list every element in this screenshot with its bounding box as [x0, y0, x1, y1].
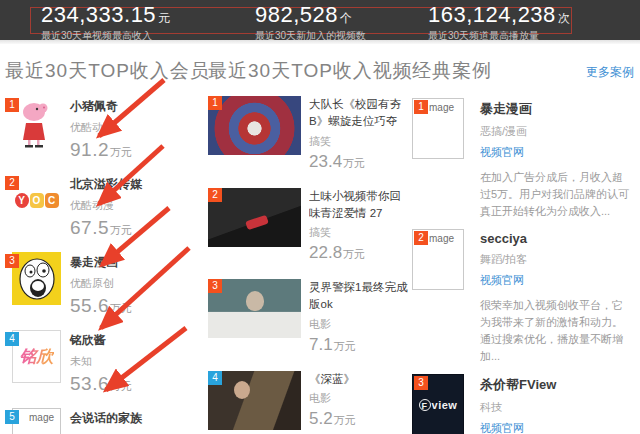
- rage-comic-avatar[interactable]: [12, 252, 61, 305]
- video-thumbnail[interactable]: 1: [208, 96, 301, 155]
- cases-header: 经典案例 更多案例: [412, 58, 634, 84]
- broken-image-avatar[interactable]: mage: [12, 408, 61, 434]
- member-row[interactable]: 1 小猪佩奇 优酷动漫 91.2万元: [5, 96, 205, 161]
- case-website-link[interactable]: 视频官网: [480, 145, 630, 160]
- member-info: 暴走漫画 优酷原创 55.6万元: [70, 252, 132, 317]
- rank-badge: 2: [414, 231, 428, 245]
- earnings-number: 22.8: [309, 243, 342, 262]
- earnings-number: 91.2: [70, 139, 109, 160]
- member-row[interactable]: 4 铭欣 铭欣酱 未知 53.6万元: [5, 330, 205, 395]
- video-title[interactable]: 灵界警探1最终完成版ok: [309, 279, 408, 312]
- more-cases-link[interactable]: 更多案例: [586, 64, 634, 81]
- case-row[interactable]: 3 Fview 杀价帮FView 科技 视频官网 第一次加入粉丝赞助时还在内测，…: [412, 374, 634, 434]
- mingxin-logo-avatar[interactable]: 铭欣: [12, 330, 61, 383]
- logo-letter: O: [30, 193, 44, 208]
- case-description: 在加入广告分成后，月收入超过5万。用户对我们品牌的认可真正开始转化为分成收入..…: [480, 169, 630, 220]
- rank-badge: 3: [414, 376, 428, 390]
- video-row[interactable]: 3 灵界警探1最终完成版ok 电影 7.1万元: [208, 279, 408, 354]
- stats-topbar: 234,333.15元 最近30天单视频最高收入 982,528个 最近30天新…: [0, 0, 640, 40]
- member-name[interactable]: 北京溢彩传媒: [70, 176, 142, 193]
- member-earnings: 55.6万元: [70, 295, 132, 317]
- fview-logo-thumb[interactable]: 3 Fview: [412, 374, 464, 434]
- video-thumbnail[interactable]: 2: [208, 188, 301, 247]
- stat-top-channel-plays: 163,124,238次 最近30天频道最高播放量: [428, 4, 570, 43]
- case-name[interactable]: 暴走漫画: [480, 100, 630, 118]
- member-category: 优酷原创: [70, 276, 132, 291]
- stat-unit: 个: [340, 11, 352, 25]
- case-info: 杀价帮FView 科技 视频官网 第一次加入粉丝赞助时还在内测，当时那一期视频收…: [480, 374, 630, 434]
- rank-badge: 3: [208, 279, 222, 293]
- stat-new-videos: 982,528个 最近30天新加入的视频数: [255, 4, 366, 43]
- video-row[interactable]: 4 《深蓝》 电影 5.2万元: [208, 371, 408, 430]
- logo-letter: C: [45, 193, 59, 208]
- yoc-logo-avatar[interactable]: Y O C: [12, 174, 61, 227]
- fview-logo-word: view: [432, 399, 458, 411]
- rank-badge: 3: [5, 254, 19, 268]
- member-earnings: 53.6万元: [70, 373, 132, 395]
- logo-text: 铭欣: [20, 345, 54, 368]
- rank-badge: 1: [414, 100, 428, 114]
- member-category: 优酷动漫: [70, 120, 132, 135]
- video-thumbnail[interactable]: 3: [208, 279, 301, 338]
- member-info: 铭欣酱 未知 53.6万元: [70, 330, 132, 395]
- case-name[interactable]: secciya: [480, 231, 630, 246]
- top-income-videos-section: 最近30天TOP收入视频 1 大队长《校园有夯B》螺旋走位巧夺助学金... 搞笑…: [208, 58, 408, 434]
- stat-value: 234,333.15: [41, 2, 156, 27]
- video-title[interactable]: 大队长《校园有夯B》螺旋走位巧夺助学金...: [309, 96, 408, 130]
- peppa-pig-avatar[interactable]: [12, 96, 61, 149]
- case-description: 很荣幸加入视频创收平台，它为我带来了新的激情和动力。通过搜索优化，播放量不断增加…: [480, 297, 630, 365]
- topbar-divider: [0, 40, 640, 44]
- video-earnings: 7.1万元: [309, 335, 408, 355]
- video-info: 《深蓝》 电影 5.2万元: [309, 371, 408, 430]
- broken-image-thumb[interactable]: 2 mage: [412, 229, 464, 290]
- member-name[interactable]: 小猪佩奇: [70, 98, 132, 115]
- video-earnings: 5.2万元: [309, 409, 408, 429]
- earnings-number: 53.6: [70, 373, 109, 394]
- video-row[interactable]: 1 大队长《校园有夯B》螺旋走位巧夺助学金... 搞笑 23.4万元: [208, 96, 408, 172]
- case-row[interactable]: 1 mage 暴走漫画 恶搞/漫画 视频官网 在加入广告分成后，月收入超过5万。…: [412, 98, 634, 220]
- member-name[interactable]: 会说话的家族: [70, 410, 142, 427]
- case-website-link[interactable]: 视频官网: [480, 421, 630, 434]
- rank-badge: 1: [208, 96, 222, 110]
- video-category: 搞笑: [309, 134, 408, 149]
- video-info: 土味小视频带你回味青涩爱情 27 搞笑 22.8万元: [309, 188, 408, 263]
- earnings-unit: 万元: [343, 248, 365, 260]
- rank-badge: 2: [208, 188, 222, 202]
- member-row[interactable]: 5 mage 会说话的家族 优酷动漫 31.0万元: [5, 408, 205, 434]
- case-row[interactable]: 2 mage secciya 舞蹈/拍客 视频官网 很荣幸加入视频创收平台，它为…: [412, 229, 634, 365]
- video-category: 电影: [309, 317, 408, 332]
- broken-image-thumb[interactable]: 1 mage: [412, 98, 464, 159]
- case-name[interactable]: 杀价帮FView: [480, 376, 630, 394]
- case-category: 恶搞/漫画: [480, 124, 630, 139]
- top-income-members-section: 最近30天TOP收入会员 1 小猪佩奇 优酷动漫 91.2万元 2 Y: [5, 58, 205, 434]
- member-name[interactable]: 铭欣酱: [70, 332, 132, 349]
- case-category: 舞蹈/拍客: [480, 252, 630, 267]
- member-info: 小猪佩奇 优酷动漫 91.2万元: [70, 96, 132, 161]
- video-earnings: 22.8万元: [309, 243, 408, 263]
- earnings-unit: 万元: [110, 146, 132, 158]
- fview-logo-initial: F: [419, 399, 431, 411]
- rank-badge: 1: [5, 98, 19, 112]
- rank-badge: 2: [5, 176, 19, 190]
- member-row[interactable]: 3 暴走漫画 优酷原创 55.6万元: [5, 252, 205, 317]
- earnings-unit: 万元: [110, 380, 132, 392]
- broken-image-text: mage: [29, 412, 54, 423]
- case-website-link[interactable]: 视频官网: [480, 273, 630, 288]
- member-row[interactable]: 2 Y O C 北京溢彩传媒 优酷动漫 67.5万元: [5, 174, 205, 239]
- video-row[interactable]: 2 土味小视频带你回味青涩爱情 27 搞笑 22.8万元: [208, 188, 408, 263]
- stat-top-video-income: 234,333.15元 最近30天单视频最高收入: [41, 4, 170, 43]
- member-category: 优酷动漫: [70, 198, 142, 213]
- earnings-number: 7.1: [309, 335, 333, 354]
- rage-face-image: [17, 257, 57, 301]
- video-thumbnail[interactable]: 4: [208, 371, 301, 430]
- earnings-unit: 万元: [334, 340, 356, 352]
- stat-unit: 元: [158, 11, 170, 25]
- video-category: 搞笑: [309, 225, 408, 240]
- member-name[interactable]: 暴走漫画: [70, 254, 132, 271]
- video-title[interactable]: 《深蓝》: [309, 371, 408, 388]
- video-title[interactable]: 土味小视频带你回味青涩爱情 27: [309, 188, 408, 221]
- logo-letter: Y: [15, 193, 29, 208]
- rank-badge: 5: [5, 410, 19, 424]
- video-info: 灵界警探1最终完成版ok 电影 7.1万元: [309, 279, 408, 354]
- fview-logo-text: Fview: [419, 399, 458, 411]
